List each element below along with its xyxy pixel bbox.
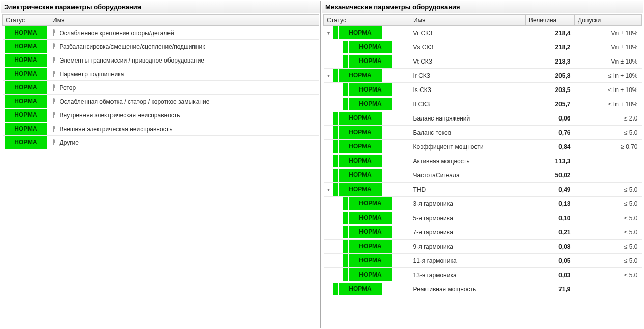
row-value: 203,5 xyxy=(526,83,575,97)
table-row[interactable]: НОРМАОслабленная обмотка / статор / коро… xyxy=(3,95,319,108)
table-row[interactable]: ▸НОРМА11-я гармоника0,05≤ 5.0 xyxy=(324,254,642,268)
row-name: Разбалансировка/смещение/сцепление/подши… xyxy=(60,43,205,50)
table-row[interactable]: ▸НОРМААктивная мощность113,3 xyxy=(324,154,642,168)
row-tolerance: ≤ 5.0 xyxy=(575,254,642,268)
row-value: 0,21 xyxy=(526,225,575,240)
status-fill xyxy=(343,55,348,68)
status-badge: НОРМА xyxy=(5,26,47,39)
status-badge: НОРМА xyxy=(349,268,392,281)
table-row[interactable]: ▸НОРМА5-я гармоника0,10≤ 5.0 xyxy=(324,211,642,225)
name-cell: Элементы трансмиссии / приводное оборудо… xyxy=(49,53,319,67)
status-badge: НОРМА xyxy=(5,40,47,53)
row-name: 7-я гармоника xyxy=(410,225,526,240)
status-cell: ▸НОРМА xyxy=(324,254,410,268)
status-fill xyxy=(333,69,338,82)
expander-icon[interactable]: ▾ xyxy=(326,187,332,192)
table-row[interactable]: НОРМАРазбалансировка/смещение/сцепление/… xyxy=(3,40,319,53)
col-header-status[interactable]: Статус xyxy=(3,15,49,26)
status-badge: НОРМА xyxy=(349,212,392,224)
status-badge: НОРМА xyxy=(5,109,47,122)
row-name: 11-я гармоника xyxy=(410,254,526,268)
expander-icon[interactable]: ▾ xyxy=(326,30,332,36)
table-row[interactable]: ▸НОРМАVt СКЗ218,3Vn ± 10% xyxy=(324,54,642,69)
table-row[interactable]: НОРМАДругие xyxy=(3,136,319,149)
table-row[interactable]: ▸НОРМА3-я гармоника0,13≤ 5.0 xyxy=(324,197,642,211)
row-tolerance xyxy=(575,168,642,183)
indent-spacer xyxy=(333,98,342,110)
pin-icon xyxy=(51,57,57,63)
row-tolerance xyxy=(575,282,642,296)
status-cell: ▸НОРМА xyxy=(324,97,410,111)
row-name: Коэффициент мощности xyxy=(410,140,526,154)
electrical-grid[interactable]: Статус Имя НОРМАОслабленное крепление оп… xyxy=(1,13,320,328)
col-header-tolerance[interactable]: Допуски xyxy=(575,15,642,26)
table-row[interactable]: ▾НОРМАTHD0,49≤ 5.0 xyxy=(324,183,642,197)
pin-icon xyxy=(51,29,57,36)
row-tolerance: ≤ 5.0 xyxy=(575,126,642,140)
mechanical-panel: Механические параметры оборудования Стат… xyxy=(322,1,643,328)
status-cell: НОРМА xyxy=(3,108,49,122)
indent-spacer xyxy=(333,197,342,210)
status-fill xyxy=(333,155,338,167)
status-fill xyxy=(333,112,338,125)
table-row[interactable]: ▾НОРМАVr СКЗ218,4Vn ± 10% xyxy=(324,26,642,40)
table-row[interactable]: ▸НОРМАКоэффициент мощности0,84≥ 0.70 xyxy=(324,140,642,154)
table-row[interactable]: ▸НОРМА9-я гармоника0,08≤ 5.0 xyxy=(324,240,642,254)
mechanical-grid[interactable]: Статус Имя Величина Допуски ▾НОРМАVr СКЗ… xyxy=(322,13,643,328)
table-row[interactable]: ▸НОРМАVs СКЗ218,2Vn ± 10% xyxy=(324,40,642,54)
table-row[interactable]: НОРМАПараметр подшипника xyxy=(3,67,319,81)
table-row[interactable]: НОРМАРотор xyxy=(3,81,319,95)
col-header-name[interactable]: Имя xyxy=(410,15,526,26)
status-cell: ▸НОРМА xyxy=(324,40,410,54)
status-fill xyxy=(343,240,348,253)
status-fill xyxy=(343,212,348,224)
row-tolerance: ≤ 5.0 xyxy=(575,197,642,211)
row-tolerance: ≤ 5.0 xyxy=(575,268,642,282)
table-row[interactable]: ▾НОРМАIr СКЗ205,8≤ In + 10% xyxy=(324,69,642,83)
row-tolerance: ≤ 5.0 xyxy=(575,225,642,240)
row-value: 0,03 xyxy=(526,268,575,282)
row-tolerance: Vn ± 10% xyxy=(575,26,642,40)
table-row[interactable]: ▸НОРМАЧастотаСигнала50,02 xyxy=(324,168,642,183)
row-name: Внутренняя электрическая неисправность xyxy=(60,111,180,118)
table-row[interactable]: ▸НОРМА7-я гармоника0,21≤ 5.0 xyxy=(324,225,642,240)
status-fill xyxy=(343,98,348,110)
table-row[interactable]: ▸НОРМА13-я гармоника0,03≤ 5.0 xyxy=(324,268,642,282)
table-row[interactable]: ▸НОРМАРеактивная мощность71,9 xyxy=(324,282,642,296)
pin-icon xyxy=(51,139,57,145)
row-name: 13-я гармоника xyxy=(410,268,526,282)
row-name: Другие xyxy=(60,139,79,146)
table-row[interactable]: ▸НОРМАБаланс токов0,76≤ 5.0 xyxy=(324,126,642,140)
status-cell: ▸НОРМА xyxy=(324,140,410,154)
indent-spacer xyxy=(333,212,342,224)
name-cell: Другие xyxy=(49,136,319,149)
table-row[interactable]: НОРМАВнутренняя электрическая неисправно… xyxy=(3,108,319,122)
table-row[interactable]: ▸НОРМАIt СКЗ205,7≤ In + 10% xyxy=(324,97,642,111)
expander-icon[interactable]: ▾ xyxy=(326,73,332,78)
status-fill xyxy=(343,268,348,281)
table-row[interactable]: НОРМАОслабленное крепление опоры/деталей xyxy=(3,26,319,40)
table-row[interactable]: ▸НОРМАБаланс напряжений0,06≤ 2.0 xyxy=(324,111,642,126)
status-cell: ▸НОРМА xyxy=(324,225,410,240)
col-header-name[interactable]: Имя xyxy=(49,15,319,26)
col-header-status[interactable]: Статус xyxy=(324,15,410,26)
row-value: 218,2 xyxy=(526,40,575,54)
table-row[interactable]: ▸НОРМАIs СКЗ203,5≤ In + 10% xyxy=(324,83,642,97)
pin-icon xyxy=(51,98,57,104)
status-fill xyxy=(343,197,348,210)
row-name: Реактивная мощность xyxy=(410,282,526,296)
table-row[interactable]: НОРМАВнешняя электрическая неисправность xyxy=(3,122,319,136)
status-badge: НОРМА xyxy=(349,226,392,238)
name-cell: Ослабленное крепление опоры/деталей xyxy=(49,26,319,40)
table-row[interactable]: НОРМАЭлементы трансмиссии / приводное об… xyxy=(3,53,319,67)
status-cell: ▸НОРМА xyxy=(324,240,410,254)
status-fill xyxy=(343,83,348,96)
indent-spacer xyxy=(333,83,342,96)
row-name: 9-я гармоника xyxy=(410,240,526,254)
row-value: 205,8 xyxy=(526,69,575,83)
col-header-value[interactable]: Величина xyxy=(526,15,575,26)
row-value: 0,84 xyxy=(526,140,575,154)
row-value: 0,76 xyxy=(526,126,575,140)
row-name: Is СКЗ xyxy=(410,83,526,97)
row-value: 0,06 xyxy=(526,111,575,126)
